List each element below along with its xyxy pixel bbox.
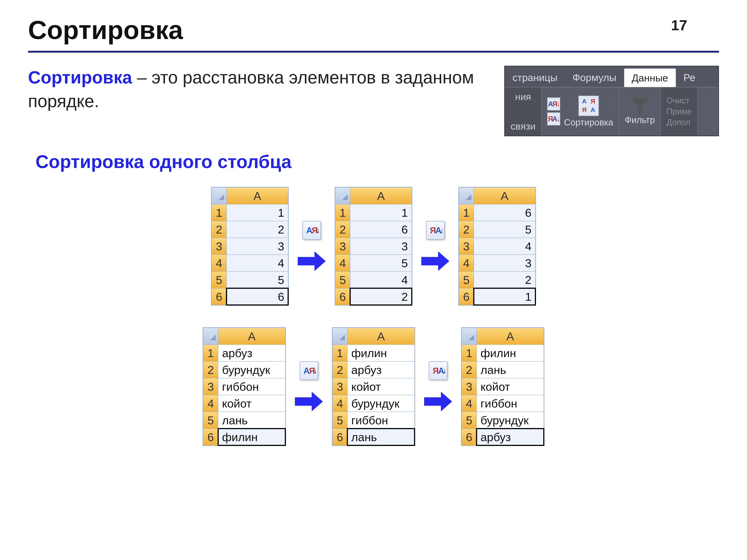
column-header-a[interactable]: A (350, 187, 412, 204)
cell[interactable]: 1 (350, 204, 412, 221)
row-header[interactable]: 3 (212, 238, 227, 255)
filter-button[interactable]: Фильтр (625, 98, 655, 125)
cell[interactable]: койот (476, 378, 544, 395)
row-header[interactable]: 3 (459, 238, 474, 255)
cell[interactable]: гиббон (218, 378, 285, 395)
cell[interactable]: 2 (474, 271, 535, 288)
row-header[interactable]: 1 (212, 204, 227, 221)
row-header[interactable]: 4 (332, 395, 347, 412)
row-header[interactable]: 2 (203, 362, 218, 378)
row-header[interactable]: 3 (203, 378, 218, 395)
cell[interactable]: 6 (474, 204, 535, 221)
corner-cell[interactable] (203, 328, 218, 345)
ribbon-tab-page[interactable]: страницы (505, 68, 565, 87)
ribbon-tab-data[interactable]: Данные (624, 68, 676, 87)
corner-cell[interactable] (332, 328, 347, 345)
cell[interactable]: филин (347, 345, 415, 362)
cell[interactable]: койот (347, 378, 415, 395)
row-header[interactable]: 4 (212, 255, 227, 271)
row-header[interactable]: 1 (332, 345, 347, 362)
row-header[interactable]: 1 (335, 204, 350, 221)
row-header[interactable]: 6 (459, 288, 474, 305)
cell[interactable]: лань (347, 429, 415, 445)
sort-dialog-button[interactable]: АЯЯА Сортировка (564, 96, 613, 128)
sort-asc-button[interactable]: АЯ (300, 362, 318, 380)
row-header[interactable]: 2 (212, 221, 227, 238)
sort-desc-icon[interactable]: ЯА↓ (547, 112, 560, 126)
row-header[interactable]: 6 (212, 288, 227, 305)
row-header[interactable]: 4 (462, 395, 476, 412)
sort-asc-button[interactable]: АЯ (302, 221, 321, 240)
cell[interactable]: арбуз (347, 362, 415, 378)
row-header[interactable]: 6 (335, 288, 350, 305)
cell[interactable]: бурундук (218, 362, 285, 378)
svg-marker-1 (421, 251, 449, 271)
row-header[interactable]: 5 (332, 412, 347, 429)
cell[interactable]: филин (476, 345, 544, 362)
sort-desc-button[interactable]: ЯА (429, 362, 447, 380)
ribbon-tab-formulas[interactable]: Формулы (565, 68, 624, 87)
column-header-a[interactable]: A (474, 187, 535, 204)
row-header[interactable]: 3 (332, 378, 347, 395)
corner-cell[interactable] (335, 187, 350, 204)
row-header[interactable]: 5 (203, 412, 218, 429)
cell[interactable]: филин (218, 429, 285, 445)
row-header[interactable]: 4 (203, 395, 218, 412)
column-header-a[interactable]: A (227, 187, 288, 204)
column-header-a[interactable]: A (218, 328, 285, 345)
row-header[interactable]: 6 (203, 429, 218, 445)
row-header[interactable]: 5 (459, 271, 474, 288)
cell[interactable]: 2 (350, 288, 412, 305)
row-header[interactable]: 2 (335, 221, 350, 238)
cell[interactable]: 5 (350, 255, 412, 271)
cell[interactable]: 1 (474, 288, 535, 305)
cell[interactable]: 4 (350, 271, 412, 288)
column-header-a[interactable]: A (347, 328, 415, 345)
cell[interactable]: 4 (227, 255, 288, 271)
cell[interactable]: 6 (227, 288, 288, 305)
cell[interactable]: гиббон (347, 412, 415, 429)
row-header[interactable]: 4 (335, 255, 350, 271)
cell[interactable]: 2 (227, 221, 288, 238)
cell[interactable]: бурундук (347, 395, 415, 412)
column-header-a[interactable]: A (476, 328, 544, 345)
cell[interactable]: 3 (474, 255, 535, 271)
row-header[interactable]: 6 (462, 429, 476, 445)
cell[interactable]: 5 (474, 221, 535, 238)
cell[interactable]: 6 (350, 221, 412, 238)
cell[interactable]: лань (218, 412, 285, 429)
cell[interactable]: койот (218, 395, 285, 412)
cell[interactable]: бурундук (476, 412, 544, 429)
cell[interactable]: 3 (350, 238, 412, 255)
row-header[interactable]: 4 (459, 255, 474, 271)
sort-desc-button[interactable]: ЯА (426, 221, 445, 240)
corner-cell[interactable] (212, 187, 227, 204)
row-header[interactable]: 2 (459, 221, 474, 238)
sort-asc-icon[interactable]: АЯ↓ (547, 98, 560, 110)
row-header[interactable]: 1 (462, 345, 476, 362)
row-header[interactable]: 1 (459, 204, 474, 221)
cell[interactable]: лань (476, 362, 544, 378)
row-header[interactable]: 5 (462, 412, 476, 429)
cell[interactable]: гиббон (476, 395, 544, 412)
cell[interactable]: 5 (227, 271, 288, 288)
corner-cell[interactable] (459, 187, 474, 204)
cell[interactable]: арбуз (476, 429, 544, 445)
row-header[interactable]: 2 (462, 362, 476, 378)
filter-clear[interactable]: Очист (667, 96, 692, 105)
row-header[interactable]: 6 (332, 429, 347, 445)
cell[interactable]: 1 (227, 204, 288, 221)
filter-reapply[interactable]: Приме (667, 107, 692, 116)
ribbon-tab-review[interactable]: Ре (676, 68, 703, 87)
row-header[interactable]: 3 (462, 378, 476, 395)
cell[interactable]: 4 (474, 238, 535, 255)
row-header[interactable]: 3 (335, 238, 350, 255)
row-header[interactable]: 5 (335, 271, 350, 288)
cell[interactable]: 3 (227, 238, 288, 255)
corner-cell[interactable] (462, 328, 476, 345)
row-header[interactable]: 1 (203, 345, 218, 362)
cell[interactable]: арбуз (218, 345, 285, 362)
filter-advanced[interactable]: Допол (667, 117, 692, 127)
row-header[interactable]: 5 (212, 271, 227, 288)
row-header[interactable]: 2 (332, 362, 347, 378)
